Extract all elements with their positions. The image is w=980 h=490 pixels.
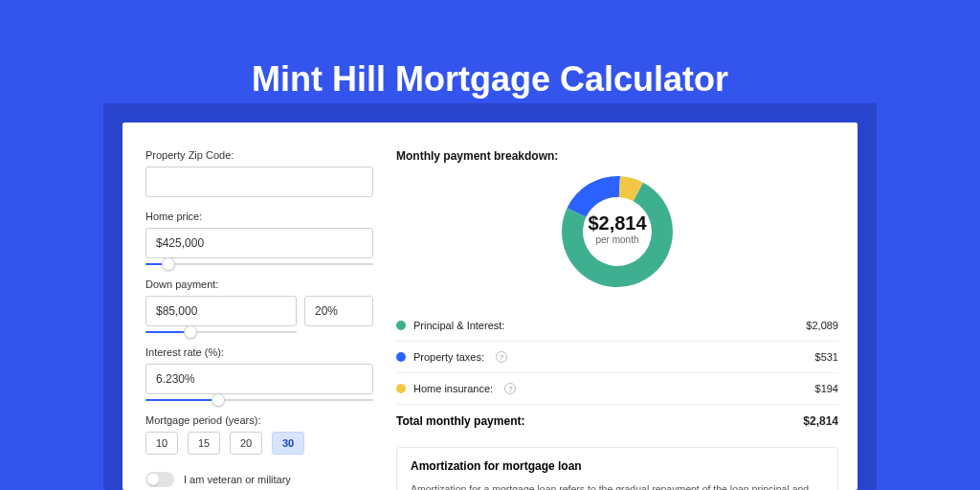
calculator-card: Property Zip Code: Home price: Down paym…: [122, 122, 858, 490]
page-title: Mint Hill Mortgage Calculator: [0, 0, 980, 100]
legend-value: $2,089: [806, 320, 838, 331]
donut-chart: $2,814per month: [396, 170, 838, 293]
total-value: $2,814: [803, 414, 838, 428]
legend-value: $531: [815, 351, 838, 363]
home-price-label: Home price:: [145, 211, 379, 222]
down-payment-slider-thumb[interactable]: [184, 325, 197, 339]
info-icon[interactable]: ?: [496, 351, 507, 363]
legend-value: $194: [815, 383, 838, 394]
total-label: Total monthly payment:: [396, 414, 524, 428]
donut-amount: $2,814: [579, 212, 656, 234]
legend-row-0: Principal & Interest:$2,089: [396, 310, 838, 342]
amortization-text: Amortization for a mortgage loan refers …: [411, 482, 824, 490]
interest-slider-thumb[interactable]: [212, 393, 225, 407]
period-option-15[interactable]: 15: [188, 432, 220, 455]
period-option-10[interactable]: 10: [145, 432, 178, 455]
legend-label: Principal & Interest:: [413, 320, 504, 331]
down-payment-slider[interactable]: [145, 325, 297, 339]
period-option-20[interactable]: 20: [230, 432, 262, 455]
interest-label: Interest rate (%):: [145, 346, 379, 358]
amortization-box: Amortization for mortgage loan Amortizat…: [396, 447, 838, 490]
veteran-toggle[interactable]: [145, 472, 174, 487]
legend-dot-yellow: [396, 384, 406, 393]
home-price-slider[interactable]: [145, 257, 373, 271]
legend-row-2: Home insurance:?$194: [396, 373, 838, 404]
donut-svg: $2,814per month: [556, 170, 679, 293]
zip-label: Property Zip Code:: [145, 149, 379, 161]
legend-dot-green: [396, 321, 406, 330]
legend-label: Home insurance:: [413, 383, 493, 394]
page-root: Mint Hill Mortgage Calculator Property Z…: [0, 0, 980, 490]
breakdown-title: Monthly payment breakdown:: [396, 149, 838, 163]
interest-slider[interactable]: [145, 393, 373, 407]
period-option-30[interactable]: 30: [272, 432, 304, 455]
amortization-title: Amortization for mortgage loan: [411, 459, 824, 473]
info-icon[interactable]: ?: [504, 383, 516, 394]
period-label: Mortgage period (years):: [145, 414, 379, 426]
interest-input[interactable]: [145, 364, 373, 394]
down-payment-input[interactable]: [145, 296, 297, 326]
legend-row-1: Property taxes:?$531: [396, 342, 838, 373]
legend-dot-blue: [396, 352, 406, 362]
legend-label: Property taxes:: [413, 351, 484, 363]
down-payment-label: Down payment:: [145, 278, 379, 290]
veteran-label: I am veteran or military: [184, 474, 291, 485]
inputs-panel: Property Zip Code: Home price: Down paym…: [122, 122, 379, 490]
donut-sub: per month: [579, 234, 656, 245]
zip-input[interactable]: [145, 167, 373, 197]
total-row: Total monthly payment: $2,814: [396, 404, 838, 441]
breakdown-panel: Monthly payment breakdown: $2,814per mon…: [379, 122, 858, 490]
down-payment-pct-input[interactable]: [304, 296, 373, 326]
home-price-slider-thumb[interactable]: [162, 257, 175, 271]
home-price-input[interactable]: [145, 228, 373, 258]
legend: Principal & Interest:$2,089Property taxe…: [396, 310, 838, 404]
